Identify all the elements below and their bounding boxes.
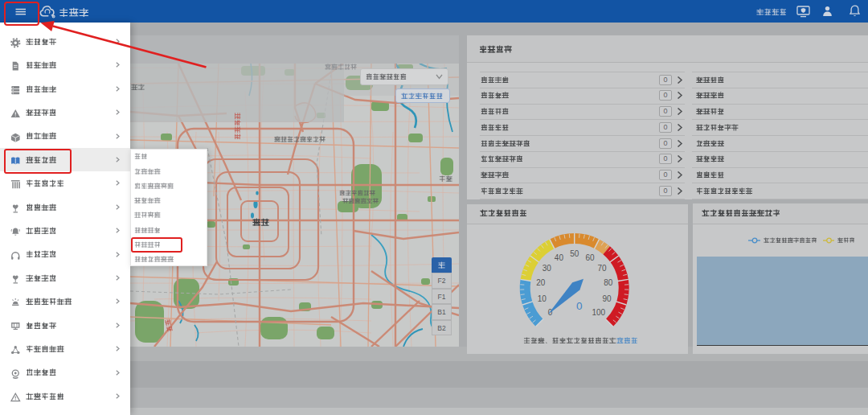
svg-text:40: 40 bbox=[555, 253, 564, 262]
svg-text:10: 10 bbox=[538, 294, 547, 303]
svg-text:100: 100 bbox=[592, 308, 605, 317]
svg-text:90: 90 bbox=[603, 294, 612, 303]
svg-text:50: 50 bbox=[570, 249, 579, 258]
svg-text:0: 0 bbox=[576, 300, 583, 312]
svg-text:30: 30 bbox=[542, 264, 552, 273]
svg-text:60: 60 bbox=[585, 253, 595, 262]
svg-text:20: 20 bbox=[536, 278, 546, 287]
svg-text:70: 70 bbox=[598, 264, 608, 273]
svg-text:80: 80 bbox=[604, 278, 613, 287]
